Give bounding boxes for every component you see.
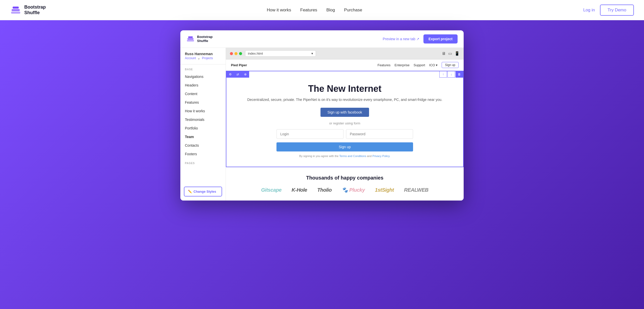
- hero-subtitle: Decentralized, secure, private. The Pipe…: [237, 98, 453, 102]
- facebook-signup-button[interactable]: Sign up with facebook: [320, 108, 369, 117]
- site-nav-enterprise: Enterprise: [395, 63, 410, 67]
- browser-dot-red: [230, 52, 233, 55]
- privacy-link[interactable]: Privacy Policy.: [372, 155, 390, 158]
- browser-chrome: index.html ▾ 🖥 ▭ 📱: [226, 48, 464, 59]
- nav-link-blog[interactable]: Blog: [326, 8, 335, 13]
- login-link[interactable]: Log in: [583, 8, 595, 13]
- sidebar-item-portfolio[interactable]: Portfolio: [180, 124, 226, 133]
- companies-title: Thousands of happy companies: [236, 175, 454, 181]
- external-link-icon: ↗: [416, 37, 419, 41]
- nav-logo: Bootstrap Shuffle: [10, 5, 46, 16]
- sidebar-item-content[interactable]: Content: [180, 90, 226, 98]
- app-logo: Bootstrap Shuffle: [186, 35, 212, 43]
- company-logo-gitscape: Gitscape: [261, 187, 281, 193]
- sidebar-item-how-it-works[interactable]: How it works: [180, 107, 226, 115]
- preview-link[interactable]: Preview in a new tab ↗: [383, 37, 419, 41]
- browser-dots: [230, 52, 242, 55]
- svg-rect-3: [187, 40, 194, 41]
- sidebar-base-label: BASE: [180, 64, 226, 72]
- block-tools-top: ⚙ ⇄ ⊕: [226, 71, 249, 78]
- block-tool-delete[interactable]: 🗑: [456, 71, 463, 78]
- device-switcher: 🖥 ▭ 📱: [442, 51, 460, 56]
- brush-icon: ✏️: [188, 190, 192, 193]
- sidebar-pages-label: PAGES: [180, 158, 226, 166]
- block-tool-exchange[interactable]: ⇄: [234, 71, 242, 78]
- block-tool-move-down[interactable]: ↓: [447, 71, 455, 78]
- app-body: Russ Hanneman Account ▾ Projects BASE Na…: [180, 48, 464, 201]
- block-tool-add[interactable]: ⊕: [242, 71, 249, 78]
- svg-rect-0: [11, 12, 20, 14]
- block-tool-move-up[interactable]: ↑: [439, 71, 447, 78]
- main-preview: index.html ▾ 🖥 ▭ 📱 Pied Piper Features E…: [226, 48, 464, 201]
- svg-rect-2: [13, 7, 19, 9]
- app-window: Bootstrap Shuffle Preview in a new tab ↗…: [180, 30, 464, 201]
- site-nav-features: Features: [377, 63, 390, 67]
- company-logo-khole: K-Hole: [292, 187, 307, 193]
- password-input[interactable]: [346, 129, 413, 139]
- export-button[interactable]: Export project: [423, 34, 458, 43]
- nav-right: Log in Try Demo: [583, 5, 634, 16]
- site-navigation-preview: Pied Piper Features Enterprise Support I…: [226, 59, 464, 71]
- app-topbar-right: Preview in a new tab ↗ Export project: [383, 34, 458, 43]
- companies-logos: Gitscape K-Hole Tholio 🐾 Plucky 1stSight…: [236, 187, 454, 193]
- sidebar: Russ Hanneman Account ▾ Projects BASE Na…: [180, 48, 226, 201]
- desktop-icon[interactable]: 🖥: [442, 51, 446, 56]
- sidebar-item-testimonials[interactable]: Testimonials: [180, 115, 226, 124]
- companies-section: Thousands of happy companies Gitscape K-…: [226, 167, 464, 201]
- browser-dot-green: [239, 52, 242, 55]
- sidebar-account-link[interactable]: Account: [185, 56, 196, 61]
- company-logo-realweb: REALWEB: [404, 187, 428, 193]
- sidebar-user-links: Account ▾ Projects: [185, 56, 221, 61]
- hero-or-text: or register using form: [237, 121, 453, 125]
- signup-button[interactable]: Sign up: [276, 142, 413, 151]
- nav-link-purchase[interactable]: Purchase: [344, 8, 362, 13]
- sidebar-item-contacts[interactable]: Contacts: [180, 141, 226, 150]
- hero-content: The New Internet Decentralized, secure, …: [226, 71, 463, 167]
- sidebar-item-team[interactable]: Team: [180, 133, 226, 141]
- change-styles-button[interactable]: ✏️ Change Styles: [184, 187, 222, 196]
- browser-url-bar[interactable]: index.html ▾: [245, 50, 316, 57]
- app-logo-text: Bootstrap Shuffle: [197, 35, 212, 43]
- site-nav-ico: ICO ▾: [429, 63, 438, 67]
- site-nav-signup[interactable]: Sign up: [442, 62, 459, 68]
- dropdown-icon: ▾: [311, 52, 313, 55]
- top-navigation: Bootstrap Shuffle How it works Features …: [0, 0, 644, 20]
- nav-link-how-it-works[interactable]: How it works: [267, 8, 291, 13]
- hero-form: [276, 129, 413, 139]
- company-logo-1stsight: 1stSight: [375, 187, 394, 193]
- svg-rect-5: [188, 36, 193, 38]
- hero-block: ⚙ ⇄ ⊕ ↑ ↓ 🗑 The New Internet Decentraliz…: [226, 71, 464, 167]
- site-brand: Pied Piper: [231, 63, 247, 67]
- demo-section: Bootstrap Shuffle Preview in a new tab ↗…: [0, 20, 644, 309]
- app-logo-icon: [186, 35, 195, 43]
- sidebar-item-headers[interactable]: Headers: [180, 81, 226, 90]
- app-topbar: Bootstrap Shuffle Preview in a new tab ↗…: [180, 30, 464, 48]
- try-demo-button[interactable]: Try Demo: [600, 5, 634, 16]
- site-nav-links: Features Enterprise Support ICO ▾ Sign u…: [377, 62, 459, 68]
- company-logo-plucky: 🐾 Plucky: [342, 187, 365, 193]
- sidebar-item-footers[interactable]: Footers: [180, 150, 226, 158]
- logo-icon: [10, 5, 21, 16]
- sidebar-item-features[interactable]: Features: [180, 98, 226, 107]
- block-tool-settings[interactable]: ⚙: [226, 71, 234, 78]
- sidebar-projects-link[interactable]: Projects: [202, 56, 213, 61]
- terms-link[interactable]: Terms and Conditions: [339, 155, 366, 158]
- svg-rect-4: [187, 38, 194, 40]
- mobile-icon[interactable]: 📱: [455, 51, 460, 56]
- nav-link-features[interactable]: Features: [300, 8, 317, 13]
- browser-dot-yellow: [234, 52, 238, 55]
- svg-rect-1: [12, 9, 20, 11]
- nav-links: How it works Features Blog Purchase: [267, 8, 362, 13]
- sidebar-user-name: Russ Hanneman: [185, 52, 221, 56]
- hero-title: The New Internet: [237, 83, 453, 94]
- sidebar-user: Russ Hanneman Account ▾ Projects: [180, 48, 226, 64]
- block-tools-right: ↑ ↓ 🗑: [439, 71, 463, 78]
- tablet-icon[interactable]: ▭: [448, 51, 452, 56]
- sidebar-item-navigations[interactable]: Navigations: [180, 72, 226, 81]
- company-logo-tholio: Tholio: [317, 187, 332, 193]
- site-nav-support: Support: [414, 63, 425, 67]
- login-input[interactable]: [276, 129, 344, 139]
- nav-logo-text: Bootstrap Shuffle: [24, 5, 46, 15]
- hero-terms: By signing in you agree with the Terms a…: [237, 155, 453, 158]
